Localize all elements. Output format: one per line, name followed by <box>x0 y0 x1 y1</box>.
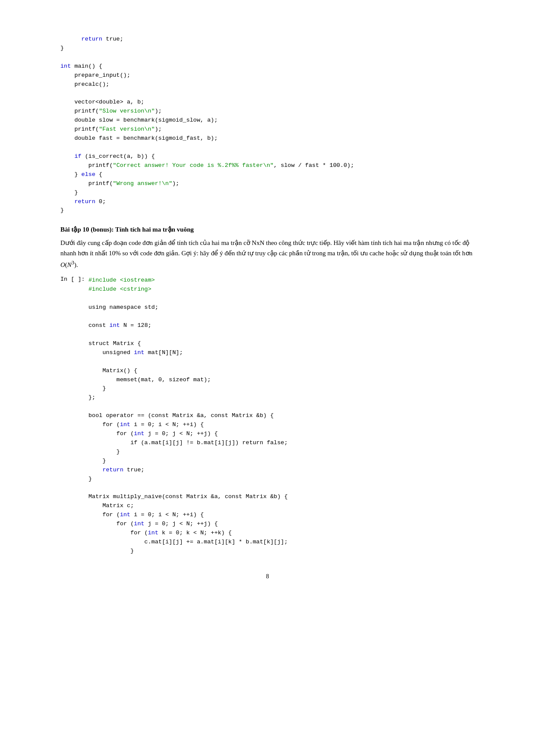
in-label: In [ ]: <box>60 276 88 282</box>
section10-description: Dưới đây cung cấp đoạn code đơn giản để … <box>60 238 475 270</box>
page-number: 8 <box>60 573 475 580</box>
section10-title: Bài tập 10 (bonus): Tính tích hai ma trậ… <box>60 226 475 233</box>
return-true-line: return true; } <box>60 36 123 51</box>
main-func: int main() { prepare_input(); precalc();… <box>60 63 354 214</box>
top-code-block: return true; } int main() { prepare_inpu… <box>60 26 475 215</box>
bottom-code-content: #include <iostream> #include <cstring> u… <box>88 276 475 556</box>
notebook-cell: In [ ]: #include <iostream> #include <cs… <box>60 276 475 556</box>
